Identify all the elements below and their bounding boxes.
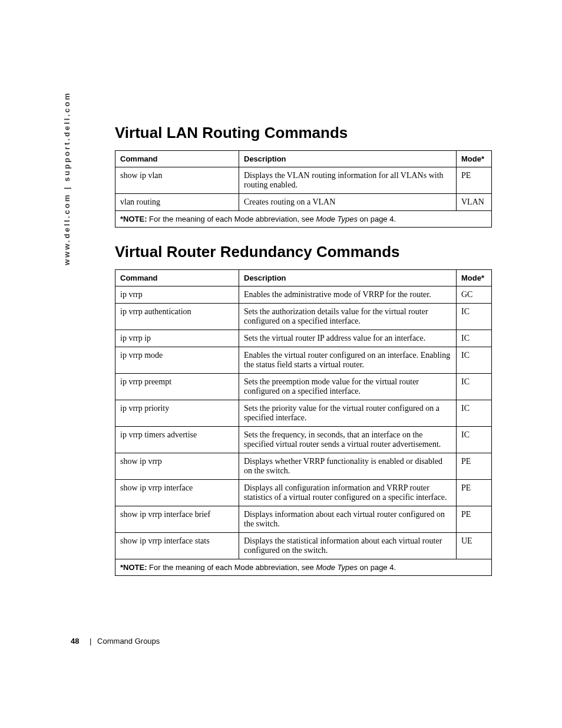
page-content: Virtual LAN Routing Commands Command Des… — [115, 124, 492, 576]
table-row: ip vrrp preemptSets the preemption mode … — [115, 374, 492, 400]
cell-mode: IC — [457, 347, 492, 374]
table-header-row: Command Description Mode* — [115, 151, 492, 167]
footer-section: Command Groups — [97, 637, 160, 645]
cell-desc: Enables the virtual router configured on… — [239, 347, 457, 374]
cell-mode: PE — [457, 167, 492, 194]
cell-mode: IC — [457, 304, 492, 330]
col-command: Command — [115, 151, 239, 167]
col-description: Description — [239, 151, 457, 167]
table-row: show ip vrrp interfaceDisplays all confi… — [115, 480, 492, 506]
cell-desc: Displays the VLAN routing information fo… — [239, 167, 457, 194]
cell-desc: Sets the priority value for the virtual … — [239, 400, 457, 427]
table-row: ip vrrp ipSets the virtual router IP add… — [115, 330, 492, 347]
cell-mode: PE — [457, 480, 492, 506]
table-row: ip vrrp modeEnables the virtual router c… — [115, 347, 492, 374]
cell-mode: IC — [457, 400, 492, 427]
table-row: show ip vrrpDisplays whether VRRP functi… — [115, 453, 492, 480]
table-row: ip vrrp timers advertiseSets the frequen… — [115, 427, 492, 453]
note-text-after: on page 4. — [358, 215, 396, 223]
cell-cmd: ip vrrp — [115, 286, 239, 304]
cell-desc: Sets the frequency, in seconds, that an … — [239, 427, 457, 453]
cell-cmd: show ip vrrp — [115, 453, 239, 480]
cell-mode: IC — [457, 427, 492, 453]
table-row: ip vrrp prioritySets the priority value … — [115, 400, 492, 427]
cell-desc: Sets the preemption mode value for the v… — [239, 374, 457, 400]
footer-separator: | — [90, 637, 91, 645]
note-italic: Mode Types — [316, 215, 358, 223]
cell-cmd: show ip vlan — [115, 167, 239, 194]
section1-title: Virtual LAN Routing Commands — [115, 124, 492, 142]
table-row: vlan routingCreates routing on a VLANVLA… — [115, 194, 492, 211]
table-row: show ip vrrp interface briefDisplays inf… — [115, 506, 492, 533]
cell-cmd: show ip vrrp interface brief — [115, 506, 239, 533]
cell-desc: Sets the virtual router IP address value… — [239, 330, 457, 347]
cell-cmd: ip vrrp priority — [115, 400, 239, 427]
sidebar-url: www.dell.com | support.dell.com — [62, 91, 71, 265]
cell-cmd: ip vrrp mode — [115, 347, 239, 374]
cell-cmd: ip vrrp ip — [115, 330, 239, 347]
cell-mode: IC — [457, 330, 492, 347]
cell-desc: Displays information about each virtual … — [239, 506, 457, 533]
table-row: ip vrrpEnables the administrative mode o… — [115, 286, 492, 304]
cell-desc: Displays the statistical information abo… — [239, 533, 457, 559]
note-text-before: For the meaning of each Mode abbreviatio… — [147, 215, 316, 223]
cell-cmd: show ip vrrp interface — [115, 480, 239, 506]
cell-cmd: show ip vrrp interface stats — [115, 533, 239, 559]
col-mode: Mode* — [457, 151, 492, 167]
table-vlan-routing: Command Description Mode* show ip vlanDi… — [115, 150, 492, 228]
note-italic: Mode Types — [316, 563, 358, 572]
cell-cmd: ip vrrp timers advertise — [115, 427, 239, 453]
table-vrrp: Command Description Mode* ip vrrpEnables… — [115, 269, 492, 576]
note-label: *NOTE: — [120, 563, 147, 572]
table-note-row: *NOTE: For the meaning of each Mode abbr… — [115, 211, 492, 228]
section2-title: Virtual Router Redundancy Commands — [115, 243, 492, 261]
cell-mode: PE — [457, 453, 492, 480]
table-row: show ip vlanDisplays the VLAN routing in… — [115, 167, 492, 194]
cell-mode: VLAN — [457, 194, 492, 211]
cell-cmd: vlan routing — [115, 194, 239, 211]
cell-desc: Displays all configuration information a… — [239, 480, 457, 506]
cell-mode: IC — [457, 374, 492, 400]
table-note-row: *NOTE: For the meaning of each Mode abbr… — [115, 559, 492, 576]
note-label: *NOTE: — [120, 215, 147, 223]
cell-desc: Creates routing on a VLAN — [239, 194, 457, 211]
note-text-before: For the meaning of each Mode abbreviatio… — [147, 563, 316, 572]
page-footer: 48 | Command Groups — [71, 637, 160, 645]
cell-desc: Sets the authorization details value for… — [239, 304, 457, 330]
table-row: show ip vrrp interface statsDisplays the… — [115, 533, 492, 559]
page-number: 48 — [71, 637, 79, 645]
cell-mode: GC — [457, 286, 492, 304]
cell-mode: UE — [457, 533, 492, 559]
table-header-row: Command Description Mode* — [115, 270, 492, 286]
col-command: Command — [115, 270, 239, 286]
col-mode: Mode* — [457, 270, 492, 286]
cell-desc: Enables the administrative mode of VRRP … — [239, 286, 457, 304]
table-row: ip vrrp authenticationSets the authoriza… — [115, 304, 492, 330]
cell-cmd: ip vrrp authentication — [115, 304, 239, 330]
cell-cmd: ip vrrp preempt — [115, 374, 239, 400]
cell-mode: PE — [457, 506, 492, 533]
col-description: Description — [239, 270, 457, 286]
cell-desc: Displays whether VRRP functionality is e… — [239, 453, 457, 480]
note-text-after: on page 4. — [358, 563, 396, 572]
